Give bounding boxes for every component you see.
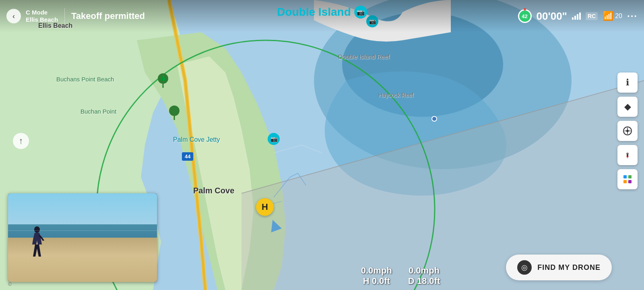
- svg-text:🌲: 🌲: [160, 75, 167, 82]
- center-camera-icon: 📷: [354, 6, 367, 19]
- nav-pin-haycock: [431, 116, 437, 122]
- svg-point-8: [169, 106, 180, 116]
- compass-up-btn[interactable]: ↑: [13, 133, 29, 149]
- center-location-label: Double Island 📷: [277, 6, 367, 19]
- svg-rect-12: [623, 175, 627, 178]
- road-badge-44: 44: [182, 152, 193, 161]
- wifi-icon: 📶 20: [603, 11, 622, 21]
- speed-status: 0.0mph H 0.0ft: [361, 265, 392, 286]
- status-bar: 42 00'00" RC 📶 20 ···: [518, 9, 638, 23]
- svg-rect-13: [628, 175, 632, 178]
- find-drone-button[interactable]: ◎ FIND MY DRONE: [506, 255, 612, 280]
- signal-strength: [572, 12, 581, 20]
- video-preview[interactable]: [8, 193, 157, 282]
- timer-display: 00'00": [537, 10, 567, 23]
- map-container[interactable]: © Ellis Beach Buchans Point Beach 🌲 Buch…: [0, 0, 644, 290]
- divider: [64, 8, 65, 24]
- more-menu-button[interactable]: ···: [627, 10, 638, 22]
- video-scene: [8, 193, 157, 282]
- svg-text:©: ©: [8, 282, 12, 287]
- flight-mode: C Mode Ellis Beach: [26, 9, 58, 23]
- person-silhouette: [29, 226, 45, 263]
- svg-point-16: [34, 226, 40, 233]
- svg-rect-14: [623, 180, 627, 183]
- heading-button[interactable]: [617, 121, 638, 141]
- find-drone-label: FIND MY DRONE: [537, 263, 601, 272]
- map-type-button[interactable]: [617, 169, 638, 189]
- map-pin-buchans: 🌲: [157, 73, 169, 88]
- layers-button[interactable]: ◆: [617, 97, 638, 117]
- find-drone-icon: ◎: [517, 260, 532, 275]
- battery-indicator: 42: [518, 9, 532, 23]
- svg-point-10: [626, 130, 629, 132]
- distance-status: 0.0mph D 18.0ft: [408, 265, 440, 286]
- home-marker: H: [256, 198, 274, 216]
- rc-label: RC: [586, 12, 598, 20]
- right-button-group: ℹ ◆ N: [617, 72, 638, 189]
- svg-rect-15: [628, 180, 632, 183]
- map-pin-buchan: [168, 106, 180, 120]
- north-button[interactable]: N: [617, 145, 638, 165]
- info-button[interactable]: ℹ: [617, 72, 638, 93]
- camera-badge-jetty: 📷: [268, 133, 280, 145]
- svg-text:N: N: [626, 153, 628, 156]
- back-button[interactable]: ‹: [6, 9, 21, 23]
